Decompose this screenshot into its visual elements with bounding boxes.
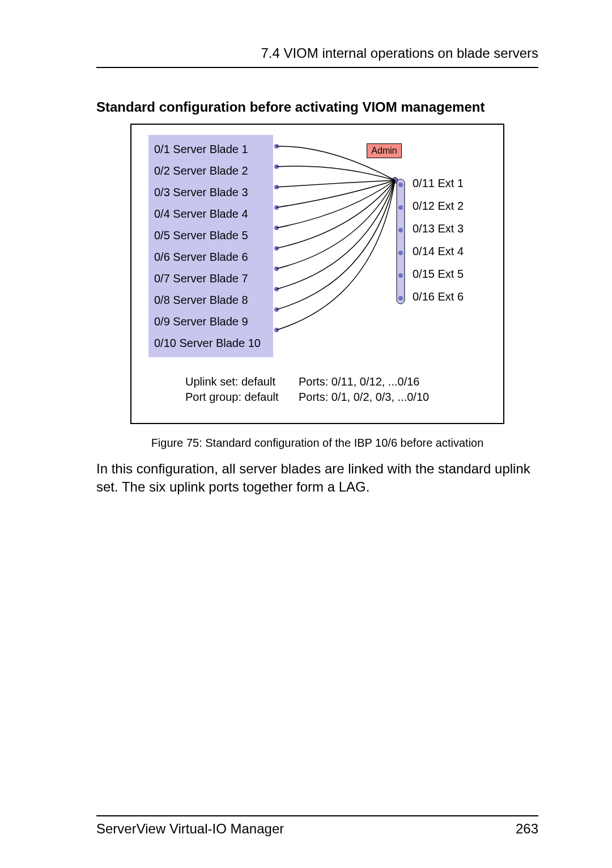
page-header: 7.4 VIOM internal operations on blade se… — [96, 45, 538, 61]
connections-svg — [273, 135, 409, 345]
svg-rect-11 — [397, 179, 405, 304]
ext-ports-column: 0/11 Ext 1 0/12 Ext 2 0/13 Ext 3 0/14 Ex… — [409, 135, 483, 308]
legend-label: Uplink set: default — [185, 375, 287, 388]
legend-row-portgroup: Port group: default Ports: 0/1, 0/2, 0/3… — [185, 391, 492, 404]
footer-doc-title: ServerView Virtual-IO Manager — [96, 821, 284, 837]
figure-box: 0/1 Server Blade 1 0/2 Server Blade 2 0/… — [130, 124, 504, 424]
footer-rule — [96, 815, 538, 816]
blade-item: 0/3 Server Blade 3 — [153, 181, 269, 203]
legend-value: Ports: 0/1, 0/2, 0/3, ...0/10 — [299, 391, 429, 404]
legend-row-uplink: Uplink set: default Ports: 0/11, 0/12, .… — [185, 375, 492, 388]
blade-item: 0/5 Server Blade 5 — [153, 225, 269, 246]
svg-point-17 — [398, 296, 403, 300]
footer-page-number: 263 — [516, 821, 538, 837]
body-paragraph: In this configuration, all server blades… — [96, 460, 538, 497]
page-footer: ServerView Virtual-IO Manager 263 — [96, 811, 538, 837]
legend-value: Ports: 0/11, 0/12, ...0/16 — [299, 375, 419, 388]
blade-item: 0/2 Server Blade 2 — [153, 160, 269, 181]
svg-point-12 — [398, 183, 403, 187]
diagram-legend: Uplink set: default Ports: 0/11, 0/12, .… — [148, 375, 492, 404]
admin-label: Admin — [367, 143, 402, 158]
header-rule — [96, 67, 538, 68]
blade-item: 0/7 Server Blade 7 — [153, 268, 269, 289]
svg-point-15 — [398, 251, 403, 255]
ext-port-item: 0/13 Ext 3 — [409, 217, 483, 240]
ext-port-item: 0/11 Ext 1 — [409, 172, 483, 194]
diagram: 0/1 Server Blade 1 0/2 Server Blade 2 0/… — [148, 135, 492, 357]
server-blades-column: 0/1 Server Blade 1 0/2 Server Blade 2 0/… — [148, 135, 273, 357]
ext-port-item: 0/14 Ext 4 — [409, 240, 483, 262]
ext-port-item: 0/12 Ext 2 — [409, 194, 483, 217]
svg-point-13 — [398, 205, 403, 210]
section-title: Standard configuration before activating… — [96, 99, 538, 115]
blade-item: 0/10 Server Blade 10 — [153, 332, 269, 354]
blade-item: 0/1 Server Blade 1 — [153, 138, 269, 160]
page: 7.4 VIOM internal operations on blade se… — [0, 0, 612, 868]
ext-port-item: 0/16 Ext 6 — [409, 285, 483, 308]
svg-point-14 — [398, 228, 403, 232]
blade-item: 0/8 Server Blade 8 — [153, 289, 269, 311]
blade-item: 0/6 Server Blade 6 — [153, 246, 269, 268]
legend-label: Port group: default — [185, 391, 287, 404]
blade-item: 0/9 Server Blade 9 — [153, 311, 269, 332]
blade-item: 0/4 Server Blade 4 — [153, 203, 269, 225]
ext-port-item: 0/15 Ext 5 — [409, 262, 483, 285]
connection-diagram: Admin — [273, 135, 409, 345]
svg-point-16 — [398, 273, 403, 278]
figure-caption: Figure 75: Standard configuration of the… — [96, 437, 538, 450]
